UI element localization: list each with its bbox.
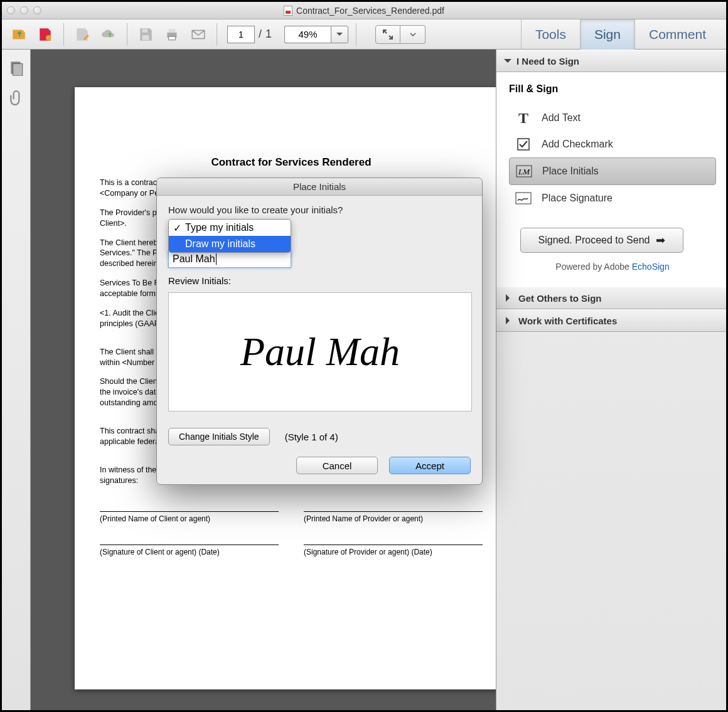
check-icon: ✓ (173, 222, 181, 234)
place-initials-item[interactable]: LM Place Initials (509, 157, 716, 185)
dropdown-option-type[interactable]: ✓ Type my initials (169, 220, 291, 236)
sign-pane: I Need to Sign Fill & Sign T Add Text Ad… (496, 50, 726, 710)
item-label: Add Checkmark (542, 139, 613, 150)
accordion-label: Get Others to Sign (518, 293, 602, 304)
accordion-label: Work with Certificates (518, 316, 617, 326)
accordion-certificates[interactable]: Work with Certificates (496, 309, 726, 332)
left-nav-panel (2, 50, 31, 710)
checkmark-icon (515, 137, 532, 151)
style-counter: (Style 1 of 4) (285, 432, 338, 442)
view-mode-dropdown-icon[interactable] (400, 25, 426, 44)
dialog-title: Place Initials (157, 178, 482, 196)
save-icon[interactable] (135, 24, 156, 45)
signature-line (100, 545, 279, 545)
signature-icon (515, 191, 532, 205)
accept-button[interactable]: Accept (389, 457, 471, 474)
page-separator: / (259, 28, 262, 41)
tab-comment[interactable]: Comment (634, 19, 720, 50)
sig-caption: (Signature of Provider or agent) (Date) (304, 548, 483, 556)
export-pdf-icon[interactable] (35, 24, 56, 45)
pdf-file-icon (284, 6, 292, 16)
window-titlebar: Contract_For_Services_Rendered.pdf (2, 2, 726, 19)
toolbar-separator (63, 23, 64, 46)
arrow-right-icon: ➡ (656, 233, 665, 247)
signature-line (100, 511, 279, 512)
initials-name-input[interactable]: Paul Mah (168, 250, 291, 268)
zoom-value[interactable]: 49% (284, 26, 331, 43)
tab-sign[interactable]: Sign (580, 19, 634, 50)
dropdown-option-draw[interactable]: Draw my initials (169, 236, 291, 252)
button-label: Signed. Proceed to Send (538, 235, 650, 246)
sig-caption: (Signature of Client or agent) (Date) (100, 548, 279, 556)
item-label: Add Text (542, 112, 581, 124)
page-navigator: 1 / 1 (227, 26, 272, 43)
chevron-down-icon (504, 59, 511, 66)
svg-point-0 (46, 35, 51, 41)
svg-rect-1 (142, 29, 148, 32)
cancel-button[interactable]: Cancel (296, 457, 378, 474)
text-icon: T (515, 111, 532, 125)
zoom-control: 49% (284, 26, 348, 43)
accordion-others-sign[interactable]: Get Others to Sign (496, 287, 726, 309)
toolbar-separator (127, 23, 127, 46)
accordion-need-to-sign[interactable]: I Need to Sign (496, 50, 726, 72)
proceed-to-send-button[interactable]: Signed. Proceed to Send ➡ (520, 228, 683, 253)
window-title: Contract_For_Services_Rendered.pdf (296, 6, 444, 16)
share-cloud-icon[interactable] (98, 24, 119, 45)
chevron-right-icon (506, 317, 513, 324)
svg-rect-12 (516, 193, 531, 204)
option-label: Draw my initials (185, 238, 255, 249)
email-icon[interactable] (188, 24, 209, 45)
svg-rect-8 (13, 64, 22, 77)
attachments-icon[interactable] (8, 90, 24, 106)
sig-caption: (Printed Name of Provider or agent) (304, 514, 483, 523)
main-toolbar: 1 / 1 49% Tools Sign Comment (2, 19, 726, 50)
input-value: Paul Mah (173, 253, 215, 265)
review-label: Review Initials: (168, 275, 471, 286)
fill-sign-heading: Fill & Sign (509, 83, 716, 95)
accordion-label: I Need to Sign (517, 56, 579, 66)
change-style-button[interactable]: Change Initials Style (168, 428, 270, 445)
dialog-question: How would you like to create your initia… (168, 205, 471, 215)
echosign-link[interactable]: EchoSign (632, 262, 670, 272)
powered-by-label: Powered by Adobe EchoSign (509, 262, 716, 272)
svg-rect-9 (518, 139, 529, 150)
signature-line (304, 545, 483, 545)
sig-caption: (Printed Name of Client or agent) (100, 514, 279, 523)
item-label: Place Initials (542, 166, 599, 177)
place-signature-item[interactable]: Place Signature (509, 185, 716, 211)
option-label: Type my initials (185, 222, 254, 233)
svg-rect-2 (142, 35, 149, 40)
create-pdf-icon[interactable] (8, 24, 29, 45)
initials-icon: LM (516, 164, 532, 178)
print-icon[interactable] (161, 24, 183, 45)
page-current-input[interactable]: 1 (227, 26, 255, 43)
add-text-item[interactable]: T Add Text (509, 105, 716, 131)
initials-preview: Paul Mah (168, 292, 472, 412)
doc-title: Contract for Services Rendered (100, 156, 483, 169)
svg-rect-4 (169, 29, 176, 32)
tab-tools[interactable]: Tools (521, 19, 580, 50)
text-cursor (216, 253, 217, 265)
thumbnails-icon[interactable] (8, 60, 24, 76)
signature-line (304, 511, 483, 512)
chevron-right-icon (506, 294, 513, 302)
toolbar-separator (356, 23, 356, 46)
fit-page-button[interactable] (375, 25, 400, 44)
zoom-dropdown-icon[interactable] (331, 26, 348, 43)
svg-text:LM: LM (518, 167, 530, 176)
item-label: Place Signature (542, 193, 613, 204)
svg-rect-5 (169, 36, 176, 40)
add-checkmark-item[interactable]: Add Checkmark (509, 131, 716, 157)
toolbar-separator (217, 23, 217, 46)
page-total: 1 (265, 28, 272, 41)
fill-sign-body: Fill & Sign T Add Text Add Checkmark LM … (496, 72, 726, 287)
edit-icon[interactable] (72, 24, 93, 45)
place-initials-dialog: Place Initials How would you like to cre… (156, 178, 483, 485)
